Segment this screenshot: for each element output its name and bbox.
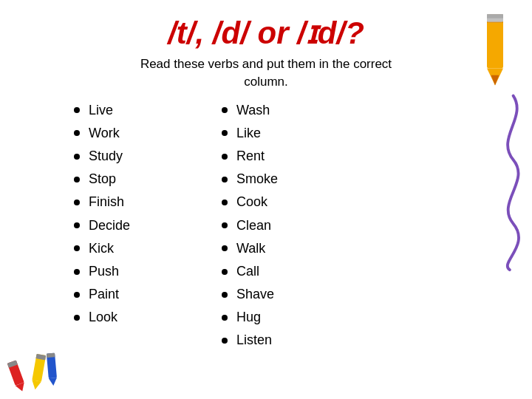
list-item: Rent <box>222 147 369 166</box>
list-item: Study <box>74 147 222 166</box>
bullet-icon <box>74 269 80 275</box>
purple-swirl-icon <box>488 89 525 273</box>
bullet-icon <box>222 200 228 205</box>
list-item: Walk <box>222 239 369 258</box>
svg-marker-3 <box>491 75 499 86</box>
bullet-icon <box>222 315 228 321</box>
list-item: Smoke <box>222 170 369 188</box>
list-item: Call <box>222 262 369 281</box>
bullet-icon <box>222 245 228 251</box>
list-item-text: Decide <box>89 216 130 235</box>
bullet-icon <box>222 269 228 275</box>
list-item: Stop <box>74 170 222 188</box>
svg-rect-4 <box>487 14 503 18</box>
columns-wrapper: LiveWorkStudyStopFinishDecideKickPushPai… <box>30 101 502 355</box>
bullet-icon <box>74 177 80 183</box>
bullet-icon <box>222 107 228 113</box>
svg-rect-13 <box>47 353 55 358</box>
list-item-text: Paint <box>89 285 119 304</box>
list-item: Look <box>74 308 222 327</box>
bullet-icon <box>74 292 80 298</box>
bullet-icon <box>222 338 228 344</box>
list-item: Listen <box>222 331 369 349</box>
list-item-text: Live <box>89 101 113 120</box>
list-item-text: Like <box>236 124 261 143</box>
list-item: Push <box>74 262 222 281</box>
list-item: Hug <box>222 308 369 327</box>
bullet-icon <box>222 154 228 160</box>
bullet-icon <box>222 222 228 228</box>
list-item: Like <box>222 124 369 143</box>
list-item-text: Shave <box>236 285 274 304</box>
list-item-text: Look <box>89 308 117 327</box>
bullet-icon <box>74 245 80 251</box>
list-item: Clean <box>222 216 369 235</box>
list-item-text: Finish <box>89 193 124 211</box>
subtitle-line1: Read these verbs and put them in the cor… <box>140 57 392 71</box>
list-item-text: Hug <box>236 308 261 327</box>
subtitle-line2: column. <box>244 75 288 89</box>
svg-marker-14 <box>49 378 58 386</box>
list-item-text: Work <box>89 124 120 143</box>
page-title: /t/, /d/ or /ɪd/? <box>30 15 502 51</box>
list-item-text: Study <box>89 147 123 166</box>
right-column: WashLikeRentSmokeCookCleanWalkCallShaveH… <box>222 101 369 355</box>
svg-marker-11 <box>30 380 41 390</box>
list-item-text: Call <box>236 262 259 281</box>
subtitle: Read these verbs and put them in the cor… <box>30 55 502 91</box>
list-item-text: Kick <box>89 239 114 258</box>
list-item-text: Clean <box>236 216 271 235</box>
list-item-text: Push <box>89 262 119 281</box>
list-item-text: Wash <box>236 101 270 120</box>
list-item: Wash <box>222 101 369 120</box>
list-item: Shave <box>222 285 369 304</box>
bullet-icon <box>222 292 228 298</box>
title-text: /t/, /d/ or /ɪd/? <box>168 16 364 50</box>
list-item: Finish <box>74 193 222 211</box>
list-item-text: Stop <box>89 170 116 188</box>
list-item-text: Smoke <box>236 170 278 188</box>
list-item: Live <box>74 101 222 120</box>
bullet-icon <box>222 177 228 183</box>
bullet-icon <box>74 130 80 136</box>
list-item-text: Walk <box>236 239 265 258</box>
list-item: Paint <box>74 285 222 304</box>
bullet-icon <box>222 130 228 136</box>
bullet-icon <box>74 107 80 113</box>
crayon-bottom-left-icon <box>7 347 66 392</box>
list-item: Decide <box>74 216 222 235</box>
main-page: /t/, /d/ or /ɪd/? Read these verbs and p… <box>0 0 532 399</box>
list-item-text: Listen <box>236 331 272 349</box>
list-item: Work <box>74 124 222 143</box>
crayon-top-right-icon <box>473 7 517 89</box>
bullet-icon <box>74 222 80 228</box>
bullet-icon <box>74 315 80 321</box>
bullet-icon <box>74 154 80 160</box>
list-item: Cook <box>222 193 369 211</box>
left-column: LiveWorkStudyStopFinishDecideKickPushPai… <box>74 101 222 355</box>
list-item-text: Rent <box>236 147 265 166</box>
list-item: Kick <box>74 239 222 258</box>
list-item-text: Cook <box>236 193 267 211</box>
bullet-icon <box>74 200 80 205</box>
